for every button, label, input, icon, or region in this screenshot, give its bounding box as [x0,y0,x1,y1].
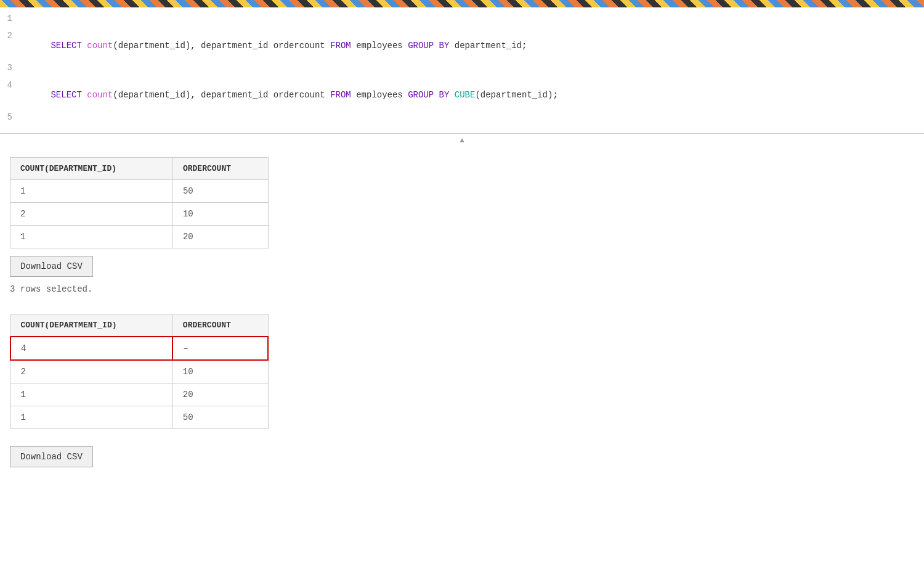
code-line-1: 1 [0,12,924,30]
table-row: 2 10 [10,203,269,226]
table-row: 1 50 [10,180,269,203]
line-number-1: 1 [0,14,20,23]
table-row: 2 10 [10,360,268,383]
table1-row3-col1: 1 [10,226,173,248]
line-number-2: 2 [0,31,20,41]
table2-row4-col1: 1 [10,406,172,429]
table-row: 4 – [10,337,268,360]
download-csv-button-1[interactable]: Download CSV [10,256,93,277]
code-line-3: 3 [0,62,924,79]
code-line-2: 2 SELECT count(department_id), departmen… [0,30,924,62]
table1-col-ordercount: ORDERCOUNT [172,158,268,180]
table2-col-ordercount: ORDERCOUNT [172,314,268,337]
table1-row2-col2: 10 [172,203,268,226]
table2-row1-col2: – [172,337,268,360]
line-number-3: 3 [0,63,20,73]
code-line-4: 4 SELECT count(department_id), departmen… [0,79,924,111]
table2-row3-col2: 20 [172,383,268,406]
table1-row1-col1: 1 [10,180,173,203]
table2-header-row: COUNT(DEPARTMENT_ID) ORDERCOUNT [10,314,268,337]
table2-row3-col1: 1 [10,383,172,406]
rows-selected-1: 3 rows selected. [10,284,914,294]
code-line-5: 5 [0,111,924,128]
results-section-2: COUNT(DEPARTMENT_ID) ORDERCOUNT 4 – 2 10… [0,304,924,467]
table-row: 1 20 [10,226,269,248]
header-banner [0,0,924,7]
table1-col-count: COUNT(DEPARTMENT_ID) [10,158,173,180]
line-number-4: 4 [0,80,20,90]
table-row: 1 50 [10,406,268,429]
table1-row2-col1: 2 [10,203,173,226]
results-table-2: COUNT(DEPARTMENT_ID) ORDERCOUNT 4 – 2 10… [10,314,269,429]
table2-col-count: COUNT(DEPARTMENT_ID) [10,314,172,337]
table2-row2-col1: 2 [10,360,172,383]
table2-row2-col2: 10 [172,360,268,383]
scroll-indicator: ▲ [0,134,924,147]
code-content-4: SELECT count(department_id), department_… [20,80,558,110]
download-csv-button-2[interactable]: Download CSV [10,446,93,467]
code-content-2: SELECT count(department_id), department_… [20,31,527,60]
table1-row1-col2: 50 [172,180,268,203]
table1-header-row: COUNT(DEPARTMENT_ID) ORDERCOUNT [10,158,269,180]
table-row: 1 20 [10,383,268,406]
table1-row3-col2: 20 [172,226,268,248]
table2-row4-col2: 50 [172,406,268,429]
results-section-1: COUNT(DEPARTMENT_ID) ORDERCOUNT 1 50 2 1… [0,147,924,294]
code-editor: 1 2 SELECT count(department_id), departm… [0,7,924,134]
line-number-5: 5 [0,112,20,122]
results-table-1: COUNT(DEPARTMENT_ID) ORDERCOUNT 1 50 2 1… [10,157,269,248]
table2-row1-col1: 4 [10,337,172,360]
